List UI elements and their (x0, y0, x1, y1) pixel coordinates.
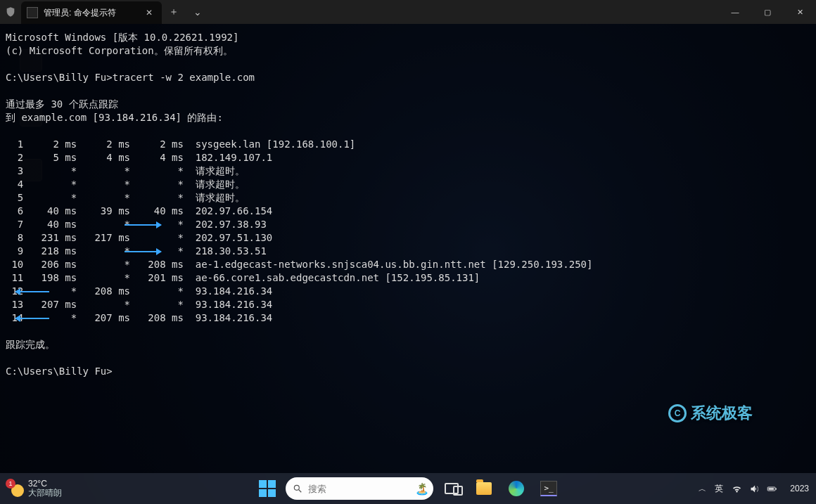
tab-close-button[interactable]: ✕ (142, 8, 156, 18)
annotation-arrow (125, 251, 161, 252)
terminal-window: 管理员: 命令提示符 ✕ ＋ ⌄ — ▢ ✕ Microsoft Windows… (0, 0, 816, 473)
maximize-button[interactable]: ▢ (751, 0, 784, 24)
terminal-icon: >_ (540, 481, 557, 496)
edge-button[interactable] (502, 474, 530, 503)
svg-rect-4 (769, 488, 774, 490)
weather-badge: 1 (6, 479, 15, 489)
battery-icon[interactable] (767, 484, 777, 494)
weather-widget[interactable]: 1 32°C 大部晴朗 (7, 479, 62, 498)
terminal-button[interactable]: >_ (535, 474, 563, 503)
taskbar: 1 32°C 大部晴朗 🏝️ >_ ︿ 英 (0, 473, 816, 504)
tab-dropdown-button[interactable]: ⌄ (186, 0, 210, 24)
weather-desc: 大部晴朗 (28, 489, 62, 498)
clock[interactable]: 2023 (790, 484, 809, 493)
tab-cmd[interactable]: 管理员: 命令提示符 ✕ (21, 1, 162, 24)
svg-point-0 (294, 485, 299, 490)
window-controls: — ▢ ✕ (719, 0, 816, 24)
tab-title: 管理员: 命令提示符 (44, 7, 116, 19)
wifi-icon[interactable] (732, 484, 742, 494)
start-button[interactable] (253, 474, 281, 503)
new-tab-button[interactable]: ＋ (162, 0, 186, 24)
shield-icon (0, 0, 21, 24)
search-decoration-icon: 🏝️ (415, 482, 429, 496)
task-view-button[interactable] (438, 474, 466, 503)
task-view-icon (445, 483, 459, 494)
ime-indicator[interactable]: 英 (715, 483, 723, 495)
svg-rect-3 (776, 488, 777, 490)
annotation-arrow (15, 291, 49, 292)
search-box[interactable]: 🏝️ (286, 477, 433, 500)
taskbar-center: 🏝️ >_ (253, 474, 563, 503)
titlebar: 管理员: 命令提示符 ✕ ＋ ⌄ — ▢ ✕ (0, 0, 816, 24)
cmd-icon (27, 7, 38, 18)
windows-logo-icon (259, 480, 276, 497)
svg-line-1 (299, 490, 302, 493)
minimize-button[interactable]: — (719, 0, 751, 24)
annotation-arrow (15, 318, 49, 319)
volume-icon[interactable] (749, 484, 760, 494)
terminal-body[interactable]: Microsoft Windows [版本 10.0.22621.1992] (… (0, 24, 816, 473)
watermark-logo-icon: C (668, 404, 687, 422)
search-icon (293, 483, 302, 494)
watermark-text: 系统极客 (691, 403, 753, 424)
edge-icon (509, 481, 524, 496)
search-input[interactable] (308, 484, 426, 494)
weather-icon: 1 (7, 480, 24, 497)
annotation-arrow (125, 224, 161, 226)
close-button[interactable]: ✕ (784, 0, 816, 24)
terminal-output: Microsoft Windows [版本 10.0.22621.1992] (… (6, 31, 810, 378)
file-explorer-button[interactable] (470, 474, 498, 503)
tray-overflow-button[interactable]: ︿ (699, 484, 706, 494)
system-tray: ︿ 英 2023 (699, 483, 809, 495)
watermark: C 系统极客 (668, 403, 753, 424)
folder-icon (476, 482, 492, 495)
